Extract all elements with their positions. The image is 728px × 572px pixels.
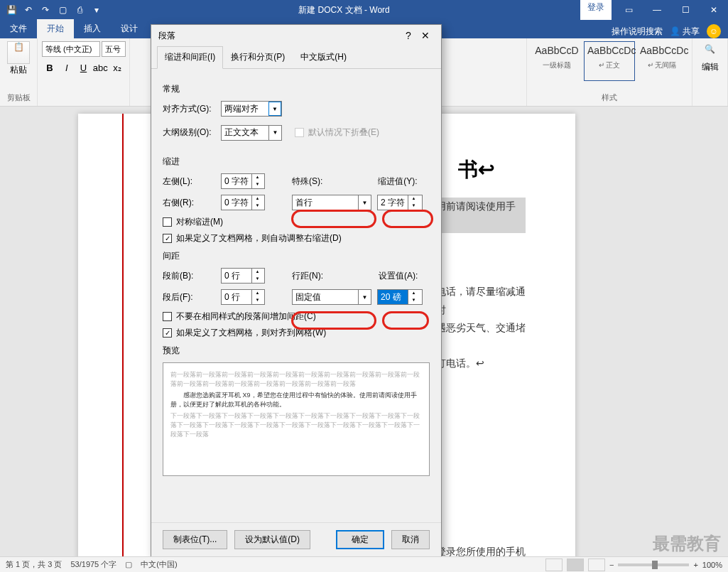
zoom-thumb[interactable]: [652, 561, 658, 569]
mirror-indent-checkbox[interactable]: [163, 217, 172, 227]
chevron-down-icon[interactable]: ▼: [358, 195, 371, 210]
chevron-down-icon[interactable]: ▼: [268, 102, 281, 116]
alignment-label: 对齐方式(G):: [163, 103, 215, 115]
set-value-spinner[interactable]: ▲▼: [377, 289, 423, 305]
save-icon[interactable]: 💾: [6, 4, 17, 16]
quick-access-toolbar: 💾 ↶ ↷ ▢ ⎙ ▾: [0, 4, 108, 16]
dialog-help-icon[interactable]: ?: [400, 30, 417, 41]
chevron-down-icon[interactable]: ▼: [268, 126, 281, 140]
find-icon[interactable]: 🔍: [702, 44, 719, 61]
left-indent-input[interactable]: [222, 174, 251, 188]
paragraph-dialog: 段落 ? ✕ 缩进和间距(I) 换行和分页(P) 中文版式(H) 常规 对齐方式…: [151, 24, 442, 557]
minimize-icon[interactable]: —: [643, 0, 671, 20]
space-before-spinner[interactable]: ▲▼: [221, 268, 265, 284]
italic-button[interactable]: I: [59, 60, 75, 75]
dialog-close-icon[interactable]: ✕: [417, 30, 434, 41]
grid-align-checkbox[interactable]: ✓: [163, 328, 172, 338]
subscript-button[interactable]: x₂: [109, 60, 125, 75]
style-nospacing[interactable]: AaBbCcDc ↵ 无间隔: [636, 41, 688, 81]
page-status[interactable]: 第 1 页，共 3 页: [6, 559, 62, 570]
spinner-up-icon[interactable]: ▲: [252, 195, 263, 203]
space-before-input[interactable]: [222, 269, 251, 283]
new-doc-icon[interactable]: ▢: [57, 4, 68, 16]
word-count[interactable]: 53/1975 个字: [70, 559, 116, 570]
read-mode-icon[interactable]: [545, 558, 563, 571]
spinner-down-icon[interactable]: ▼: [408, 297, 419, 304]
feedback-smiley-icon[interactable]: ☺: [707, 24, 721, 38]
line-spacing-combo[interactable]: 固定值 ▼: [292, 289, 371, 305]
section-indent: 缩进: [163, 156, 430, 168]
set-value-label: 设置值(A):: [379, 270, 418, 282]
grid-indent-label: 如果定义了文档网格，则自动调整右缩进(D): [176, 232, 342, 244]
right-indent-input[interactable]: [222, 195, 251, 210]
login-button[interactable]: 登录: [580, 0, 612, 20]
spinner-up-icon[interactable]: ▲: [408, 290, 419, 297]
edit-label: 编辑: [697, 61, 723, 73]
right-indent-spinner[interactable]: ▲▼: [221, 195, 265, 210]
tab-line-page-break[interactable]: 换行和分页(P): [223, 46, 293, 68]
outline-combo[interactable]: 正文文本 ▼: [221, 125, 282, 141]
font-name-select[interactable]: [42, 41, 100, 57]
clipboard-label: 剪贴板: [4, 92, 33, 103]
bold-button[interactable]: B: [42, 60, 58, 75]
spinner-down-icon[interactable]: ▼: [408, 203, 419, 210]
indent-value-spinner[interactable]: ▲▼: [377, 195, 423, 210]
web-layout-icon[interactable]: [588, 558, 605, 571]
spinner-up-icon[interactable]: ▲: [252, 290, 263, 297]
no-space-same-style-checkbox[interactable]: [163, 312, 172, 321]
print-layout-icon[interactable]: [567, 558, 584, 571]
left-indent-spinner[interactable]: ▲▼: [221, 173, 265, 189]
tell-me-search[interactable]: 操作说明搜索: [612, 26, 663, 38]
spinner-down-icon[interactable]: ▼: [252, 203, 263, 210]
grid-indent-checkbox[interactable]: ✓: [163, 234, 172, 243]
ribbon-options-icon[interactable]: ▭: [614, 0, 643, 20]
paste-button[interactable]: 📋 粘贴: [4, 41, 33, 76]
section-general: 常规: [163, 83, 430, 95]
style-normal[interactable]: AaBbCcDc ↵ 正文: [584, 41, 635, 81]
spinner-up-icon[interactable]: ▲: [252, 269, 263, 276]
tabs-button[interactable]: 制表位(T)...: [163, 530, 227, 549]
space-after-input[interactable]: [222, 290, 251, 304]
font-size-select[interactable]: [102, 41, 126, 57]
tab-indent-spacing[interactable]: 缩进和间距(I): [157, 46, 223, 69]
tab-insert[interactable]: 插入: [74, 19, 111, 38]
zoom-slider[interactable]: [618, 563, 689, 566]
qat-more-icon[interactable]: ▾: [91, 4, 102, 16]
chevron-down-icon[interactable]: ▼: [358, 290, 371, 304]
spinner-up-icon[interactable]: ▲: [408, 195, 419, 203]
tab-cjk-layout[interactable]: 中文版式(H): [293, 46, 354, 68]
style-heading1[interactable]: AaBbCcD 一级标题: [531, 41, 582, 81]
ok-button[interactable]: 确定: [336, 530, 384, 549]
proofing-icon[interactable]: ▢: [125, 560, 132, 569]
tab-design[interactable]: 设计: [111, 19, 148, 38]
maximize-icon[interactable]: ☐: [671, 0, 700, 20]
special-indent-combo[interactable]: 首行 ▼: [292, 195, 371, 210]
dialog-titlebar[interactable]: 段落 ? ✕: [151, 25, 441, 46]
outline-label: 大纲级别(O):: [163, 126, 215, 139]
spinner-down-icon[interactable]: ▼: [252, 181, 263, 188]
spinner-down-icon[interactable]: ▼: [252, 297, 263, 304]
cancel-button[interactable]: 取消: [391, 530, 430, 549]
redo-icon[interactable]: ↷: [40, 4, 51, 16]
tab-file[interactable]: 文件: [0, 19, 37, 38]
set-default-button[interactable]: 设为默认值(D): [234, 530, 310, 549]
share-button[interactable]: 👤 共享: [670, 26, 700, 38]
alignment-combo[interactable]: 两端对齐 ▼: [221, 101, 282, 117]
space-after-spinner[interactable]: ▲▼: [221, 289, 265, 305]
zoom-level[interactable]: 100%: [702, 561, 722, 569]
tab-home[interactable]: 开始: [37, 19, 74, 38]
zoom-in-icon[interactable]: +: [693, 561, 697, 569]
language-status[interactable]: 中文(中国): [141, 559, 177, 570]
zoom-out-icon[interactable]: −: [609, 561, 614, 569]
strike-button[interactable]: abc: [92, 60, 108, 75]
underline-button[interactable]: U: [76, 60, 92, 75]
undo-icon[interactable]: ↶: [23, 4, 34, 16]
special-label: 特殊(S):: [292, 176, 322, 188]
window-title: 新建 DOCX 文档 - Word: [108, 4, 580, 16]
spinner-up-icon[interactable]: ▲: [252, 174, 263, 181]
indent-value-input[interactable]: [378, 195, 408, 210]
close-icon[interactable]: ✕: [700, 0, 728, 20]
spinner-down-icon[interactable]: ▼: [252, 276, 263, 283]
print-icon[interactable]: ⎙: [74, 4, 85, 16]
set-value-input[interactable]: [378, 290, 408, 304]
